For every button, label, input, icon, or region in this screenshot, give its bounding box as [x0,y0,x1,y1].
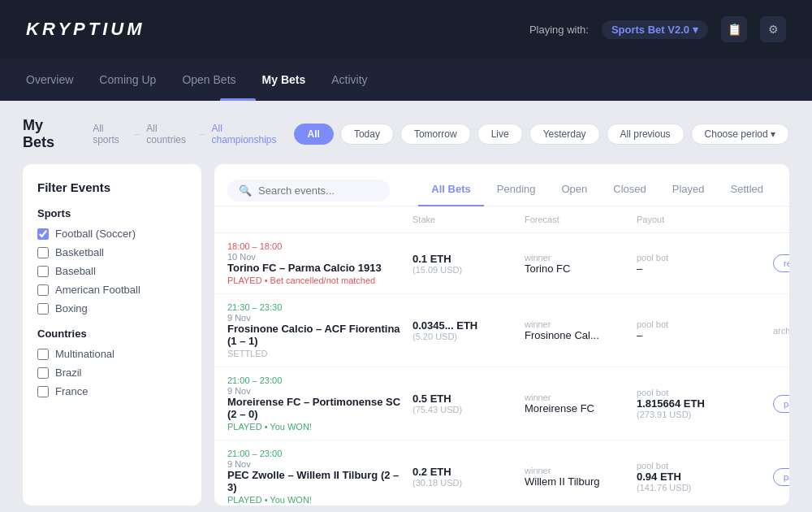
period-yesterday[interactable]: Yesterday [529,124,600,145]
search-box[interactable]: 🔍 [227,180,390,202]
sport-baseball-label: Baseball [55,265,96,277]
tab-pending[interactable]: Pending [484,176,549,206]
bet-forecast-2: winner Frosinone Cal... [525,319,630,341]
bet-name-3: Moreirense FC – Portimonense SC (2 – 0) [227,396,406,420]
mybets-header: My Bets All sports – All countries – All… [23,117,789,151]
bet-time-1: 18:00 – 18:00 [227,241,406,251]
bet-date-1: 10 Nov [227,252,406,262]
sports-filter[interactable]: All sports [93,123,127,145]
sport-boxing-checkbox[interactable] [37,303,49,315]
period-choose[interactable]: Choose period ▾ [691,124,789,145]
playing-value-dropdown[interactable]: Sports Bet V2.0 ▾ [602,20,708,39]
refund-button-1[interactable]: refund [773,254,789,272]
settings-icon-button[interactable]: ⚙ [760,16,786,42]
bet-status-1: PLAYED • Bet cancelled/not matched [227,276,406,285]
col-event [227,215,406,224]
period-all[interactable]: All [294,124,334,145]
country-france-checkbox[interactable] [37,386,49,397]
bet-payout-3: pool bot 1.815664 ETH (273.91 USD) [637,388,767,419]
country-brazil[interactable]: Brazil [37,367,187,379]
countries-filter[interactable]: All countries [146,123,193,145]
country-multinational[interactable]: Multinational [37,348,187,360]
period-today[interactable]: Today [340,124,394,145]
country-multinational-checkbox[interactable] [37,349,49,360]
table-header: Stake Forecast Payout [214,206,789,233]
search-input[interactable] [258,184,372,197]
main-layout: Filter Events Sports Football (Soccer) B… [23,164,789,505]
sport-american-football[interactable]: American Football [37,284,187,296]
bet-name-4: PEC Zwolle – Willem II Tilburg (2 – 3) [227,469,406,493]
nav-open-bets[interactable]: Open Bets [182,60,235,99]
country-france[interactable]: France [37,385,187,397]
sport-basketball[interactable]: Basketball [37,246,187,258]
filter-sep-1: – [135,128,140,140]
bet-event-4: 21:00 – 23:00 9 Nov PEC Zwolle – Willem … [227,449,406,505]
bet-action-1: refund ··· [773,254,789,272]
country-brazil-checkbox[interactable] [37,367,49,379]
bet-rows: 18:00 – 18:00 10 Nov Torino FC – Parma C… [214,233,789,505]
country-multinational-label: Multinational [55,348,114,360]
bet-stake-3: 0.5 ETH (75.43 USD) [412,393,518,414]
bets-panel: 🔍 All Bets Pending Open Closed Played Se… [214,164,789,505]
active-nav-indicator [220,98,256,101]
nav-overview[interactable]: Overview [26,60,73,99]
table-row: 21:30 – 23:30 9 Nov Frosinone Calcio – A… [214,294,789,367]
brand-logo: KRYPTIUM [26,19,145,40]
tab-closed[interactable]: Closed [600,176,659,206]
page-content: My Bets All sports – All countries – All… [0,101,812,512]
col-action [773,215,789,224]
sport-football-label: Football (Soccer) [55,228,136,240]
sport-football-checkbox[interactable] [37,228,49,240]
tab-open[interactable]: Open [548,176,600,206]
bets-tabs: All Bets Pending Open Closed Played Sett… [418,176,776,206]
nav-coming-up[interactable]: Coming Up [99,60,156,99]
nav-my-bets[interactable]: My Bets [262,60,306,99]
period-tomorrow[interactable]: Tomorrow [400,124,471,145]
bet-forecast-1: winner Torino FC [525,253,630,275]
sport-baseball-checkbox[interactable] [37,266,49,277]
bet-time-4: 21:00 – 23:00 [227,449,406,458]
book-icon: 📋 [728,23,741,36]
table-row: 21:00 – 23:00 9 Nov PEC Zwolle – Willem … [214,440,789,505]
countries-section-title: Countries [37,328,187,340]
sport-football[interactable]: Football (Soccer) [37,228,187,240]
country-brazil-label: Brazil [55,367,82,379]
page-title: My Bets [23,117,73,151]
sport-baseball[interactable]: Baseball [37,265,187,277]
bet-forecast-3: winner Moreirense FC [525,393,630,414]
bet-action-3: pay me! ··· [773,395,789,413]
tab-settled[interactable]: Settled [718,176,776,206]
bet-time-2: 21:30 – 23:30 [227,302,406,312]
sport-american-football-label: American Football [55,284,140,296]
period-live[interactable]: Live [477,124,523,145]
table-row: 18:00 – 18:00 10 Nov Torino FC – Parma C… [214,233,789,294]
sport-basketball-checkbox[interactable] [37,247,49,258]
secondary-navigation: Overview Coming Up Open Bets My Bets Act… [0,59,812,101]
bets-top-bar: 🔍 All Bets Pending Open Closed Played Se… [214,164,789,206]
bet-date-3: 9 Nov [227,386,406,396]
payme-button-4[interactable]: pay me! [773,468,789,486]
bet-action-4: pay me! ··· [773,468,789,486]
sport-american-football-checkbox[interactable] [37,284,49,296]
top-right-area: Playing with: Sports Bet V2.0 ▾ 📋 ⚙ [529,16,786,42]
period-filters: All Today Tomorrow Live Yesterday All pr… [294,124,789,145]
col-stake: Stake [412,215,518,224]
payme-button-3[interactable]: pay me! [773,395,789,413]
tab-played[interactable]: Played [659,176,718,206]
championships-filter[interactable]: All championships [211,123,280,145]
bet-status-3: PLAYED • You WON! [227,422,406,432]
filter-sidebar: Filter Events Sports Football (Soccer) B… [23,164,201,505]
sport-basketball-label: Basketball [55,246,104,258]
country-france-label: France [55,385,88,397]
bet-stake-1: 0.1 ETH (15.09 USD) [412,253,518,275]
nav-activity[interactable]: Activity [331,60,367,99]
tab-all-bets[interactable]: All Bets [418,176,483,206]
filter-chips: All sports – All countries – All champio… [93,123,280,145]
period-all-previous[interactable]: All previous [607,124,685,145]
bet-action-2: archived ··· [773,322,789,340]
sport-boxing[interactable]: Boxing [37,302,187,315]
bet-payout-2: pool bot – [637,319,767,341]
bet-event-1: 18:00 – 18:00 10 Nov Torino FC – Parma C… [227,241,406,285]
book-icon-button[interactable]: 📋 [721,16,747,42]
bet-stake-2: 0.0345... ETH (5.20 USD) [412,319,518,341]
